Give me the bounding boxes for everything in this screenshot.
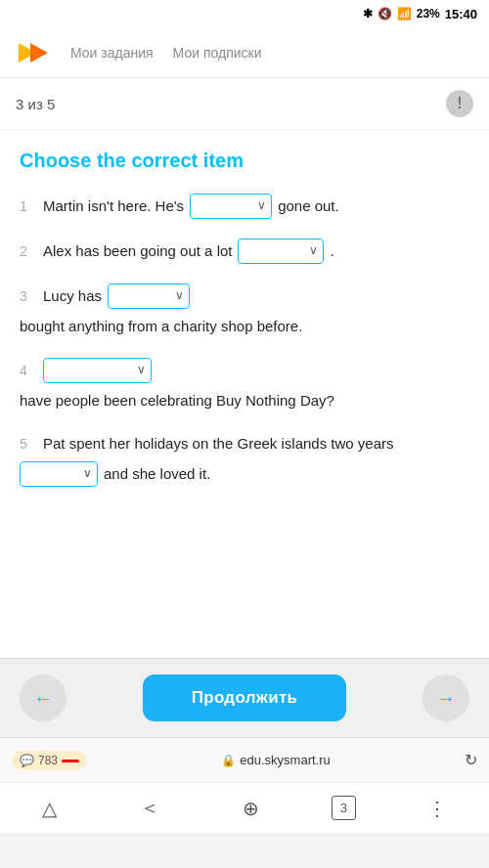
progress-area: 3 из 5 ! [0,78,489,130]
q1-dropdown-wrapper: already just never ∨ [190,194,272,219]
browser-url[interactable]: 🔒 edu.skysmart.ru [221,753,330,767]
question-row-1: 1 Martin isn't here. He's already just n… [20,194,469,219]
url-text: edu.skysmart.ru [240,753,330,767]
bluetooth-icon: ✱ [363,7,373,21]
browser-chat-count: 💬 783 [12,751,87,770]
question-list: 1 Martin isn't here. He's already just n… [20,194,469,487]
question-item: 4 How long Since when When ∨ have people… [20,358,469,412]
q3-dropdown-wrapper: never ever already ∨ [108,283,190,309]
mute-icon: 🔇 [378,7,392,21]
question-row-2: 2 Alex has been going out a lot lately r… [20,239,469,264]
bottom-bar: ← Продолжить → [0,658,489,737]
question-row-4: 4 How long Since when When ∨ have people… [20,358,469,412]
bottom-nav-add[interactable]: ⊕ [231,789,271,828]
q1-text-before: Martin isn't here. He's [43,195,184,218]
nav-bar: Мои задания Мои подписки [0,27,489,78]
q2-dropdown-wrapper: lately recently yet ∨ [238,239,324,264]
battery-level: 23% [417,7,440,21]
bottom-nav-back[interactable]: ＜ [128,787,171,829]
q3-select[interactable]: never ever already [108,283,190,309]
right-arrow-icon: → [436,687,456,710]
logo-triangle-2 [30,43,48,63]
q1-select[interactable]: already just never [190,194,272,219]
bottom-nav-tabs[interactable]: 3 [332,796,356,820]
bottom-nav-home[interactable]: △ [30,789,68,828]
reload-button[interactable]: ↻ [465,751,477,769]
question-row-3: 3 Lucy has never ever already ∨ bought a… [20,283,469,338]
lock-icon: 🔒 [221,754,236,767]
question-item: 5 Pat spent her holidays on the Greek is… [20,432,469,487]
question-num-2: 2 [20,240,37,262]
browser-bar: 💬 783 🔒 edu.skysmart.ru ↻ [0,737,489,782]
q3-text-before: Lucy has [43,284,102,308]
app-logo [16,35,51,70]
alert-icon[interactable]: ! [446,90,473,117]
status-icons: ✱ 🔇 📶 23% 15:40 [363,7,477,22]
chat-icon: 💬 [20,754,34,767]
q5-dropdown-wrapper: ago before since ∨ [20,461,98,487]
wifi-icon: 📶 [397,7,412,21]
bottom-nav-menu[interactable]: ⋮ [416,789,459,828]
q2-text-after: . [330,239,333,263]
progress-text: 3 из 5 [16,96,55,112]
q5-text-before: Pat spent her holidays on the Greek isla… [43,432,394,456]
q5-text-after: and she loved it. [104,462,210,486]
q5-select[interactable]: ago before since [20,461,98,487]
next-button[interactable]: → [422,674,469,721]
bottom-nav: △ ＜ ⊕ 3 ⋮ [0,782,489,833]
question-num-4: 4 [20,360,37,381]
nav-my-subscriptions[interactable]: Мои подписки [173,45,262,61]
left-arrow-icon: ← [33,687,53,710]
question-num-1: 1 [20,195,37,217]
notification-bar [62,760,79,762]
q4-dropdown-wrapper: How long Since when When ∨ [43,358,152,383]
main-content: Choose the correct item 1 Martin isn't h… [0,130,489,658]
question-item: 1 Martin isn't here. He's already just n… [20,194,469,219]
status-bar: ✱ 🔇 📶 23% 15:40 [0,0,489,27]
question-num-5: 5 [20,433,37,455]
q3-text-after: bought anything from a charity shop befo… [20,315,302,338]
section-title: Choose the correct item [20,150,469,172]
question-num-3: 3 [20,285,37,307]
q2-text-before: Alex has been going out a lot [43,239,232,263]
status-time: 15:40 [445,7,477,22]
q2-select[interactable]: lately recently yet [238,239,324,264]
continue-button[interactable]: Продолжить [143,674,347,721]
q4-text-after: have people been celebrating Buy Nothing… [20,389,334,412]
question-row-5: 5 Pat spent her holidays on the Greek is… [20,432,469,487]
chat-count: 783 [38,754,58,767]
nav-my-tasks[interactable]: Мои задания [70,45,154,61]
prev-button[interactable]: ← [20,674,67,721]
question-item: 2 Alex has been going out a lot lately r… [20,239,469,264]
q4-select[interactable]: How long Since when When [43,358,152,383]
question-item: 3 Lucy has never ever already ∨ bought a… [20,283,469,338]
q1-text-after: gone out. [278,195,339,218]
